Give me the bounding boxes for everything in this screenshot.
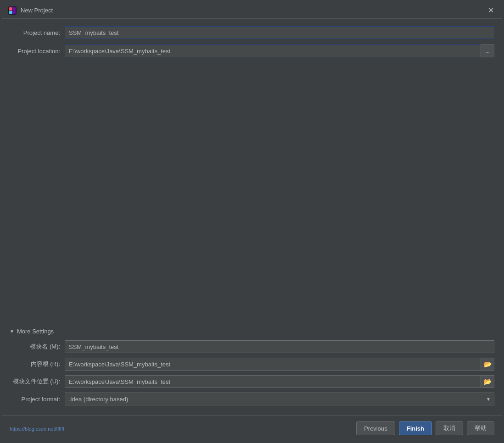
more-settings-section: ▼ More Settings 模块名 (M): 内容根 (R): 📂: [10, 324, 494, 415]
project-name-row: Project name:: [10, 26, 494, 39]
project-name-label: Project name:: [10, 29, 65, 36]
footer: https://blog.csdn.net/ffffff Previous Fi…: [2, 415, 502, 441]
previous-button[interactable]: Previous: [356, 421, 395, 435]
content-root-browse-button[interactable]: 📂: [481, 358, 494, 371]
footer-left: https://blog.csdn.net/ffffff: [10, 425, 353, 432]
project-format-select[interactable]: .idea (directory based) .ipr (file based…: [65, 393, 494, 405]
project-location-input[interactable]: [65, 44, 481, 57]
close-button[interactable]: ✕: [485, 5, 496, 16]
module-file-location-input[interactable]: [65, 375, 481, 388]
content-area: Project name: Project location: ... ▼ Mo…: [2, 19, 502, 415]
project-location-label: Project location:: [10, 48, 65, 55]
browse-button[interactable]: ...: [481, 44, 494, 57]
more-settings-label: More Settings: [17, 328, 54, 335]
project-format-row: Project format: .idea (directory based) …: [10, 393, 494, 405]
module-file-location-browse-button[interactable]: 📂: [481, 375, 494, 388]
project-format-select-wrapper: .idea (directory based) .ipr (file based…: [65, 393, 494, 405]
more-settings-header[interactable]: ▼ More Settings: [10, 324, 494, 338]
cancel-button[interactable]: 取消: [436, 421, 463, 435]
svg-rect-1: [9, 7, 12, 11]
svg-rect-2: [9, 11, 12, 14]
content-root-input[interactable]: [65, 358, 481, 371]
app-icon: [8, 6, 17, 15]
title-bar: New Project ✕: [2, 2, 502, 19]
title-bar-left: New Project: [8, 6, 53, 15]
dialog-title: New Project: [21, 7, 53, 14]
module-file-location-row: 模块文件位置 (U): 📂: [10, 375, 494, 388]
folder2-icon: 📂: [484, 378, 492, 385]
project-name-input[interactable]: [65, 26, 494, 39]
more-settings-arrow: ▼: [10, 329, 14, 334]
project-location-row: Project location: ...: [10, 44, 494, 57]
help-button[interactable]: 帮助: [467, 421, 494, 435]
content-spacer: [10, 63, 494, 324]
module-name-input[interactable]: [65, 340, 494, 353]
folder-icon: 📂: [484, 360, 492, 368]
more-settings-body: 模块名 (M): 内容根 (R): 📂 模块文件位置 (U):: [10, 338, 494, 415]
svg-rect-3: [13, 7, 16, 14]
content-root-label: 内容根 (R):: [10, 360, 65, 368]
content-root-input-group: 📂: [65, 358, 494, 371]
module-file-location-label: 模块文件位置 (U):: [10, 377, 65, 386]
module-name-label: 模块名 (M):: [10, 343, 65, 351]
module-file-location-input-group: 📂: [65, 375, 494, 388]
footer-link: https://blog.csdn.net/ffffff: [10, 426, 64, 432]
content-root-row: 内容根 (R): 📂: [10, 358, 494, 371]
module-name-row: 模块名 (M):: [10, 340, 494, 353]
project-format-label: Project format:: [10, 396, 65, 403]
project-location-input-group: ...: [65, 44, 494, 57]
finish-button[interactable]: Finish: [399, 421, 432, 435]
new-project-dialog: New Project ✕ Project name: Project loca…: [2, 2, 502, 441]
